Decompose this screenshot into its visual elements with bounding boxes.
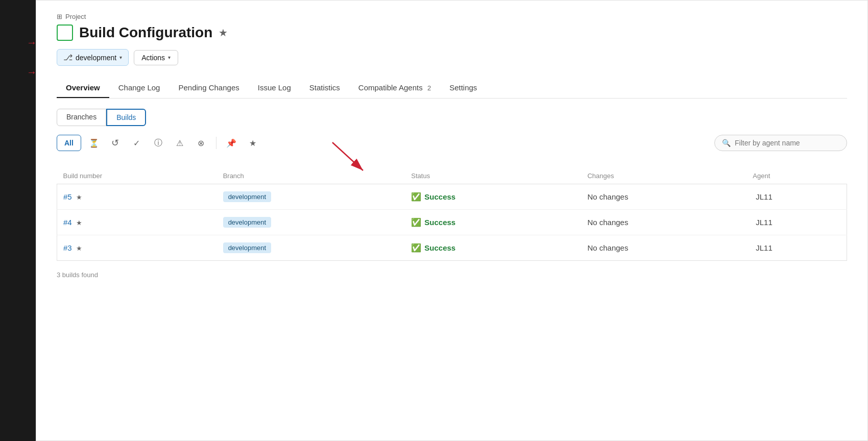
build-status-cell: ✅ Success — [405, 235, 581, 261]
subtab-builds[interactable]: Builds — [106, 109, 146, 126]
agent-info: JL11 — [753, 192, 840, 201]
branch-tag[interactable]: development — [223, 217, 271, 228]
search-icon: 🔍 — [722, 139, 731, 147]
col-build-number: Build number — [57, 168, 217, 184]
filter-warning-button[interactable]: ⚠ — [171, 134, 188, 152]
footer: 3 builds found — [57, 271, 847, 279]
build-number-link[interactable]: #5 — [63, 192, 72, 201]
subtab-branches[interactable]: Branches — [57, 109, 106, 126]
agents-badge: 2 — [427, 84, 431, 92]
builds-table-body: #5 ★ development ✅ Success No changes — [57, 184, 847, 261]
filter-error-button[interactable]: ⓘ — [150, 134, 167, 152]
cancelled-icon: ⊗ — [198, 138, 204, 148]
filter-running-button[interactable]: ↺ — [107, 134, 124, 152]
tab-pending-changes[interactable]: Pending Changes — [169, 78, 248, 98]
builds-table: Build number Branch Status Changes Agent… — [57, 168, 847, 261]
build-status-cell: ✅ Success — [405, 210, 581, 235]
breadcrumb-label: Project — [65, 13, 86, 20]
build-branch-cell: development — [217, 184, 405, 210]
tab-changelog[interactable]: Change Log — [109, 78, 170, 98]
build-status-cell: ✅ Success — [405, 184, 581, 210]
filter-starred-button[interactable]: ★ — [244, 134, 261, 152]
branch-chevron-icon: ▾ — [119, 55, 122, 60]
filter-cancelled-button[interactable]: ⊗ — [192, 134, 210, 152]
success-filter-icon: ✓ — [133, 138, 140, 148]
build-changes-cell: No changes — [581, 184, 746, 210]
table-row: #4 ★ development ✅ Success No changes — [57, 210, 847, 235]
actions-chevron-icon: ▾ — [168, 55, 171, 60]
filter-pinned-button[interactable]: 📌 — [223, 134, 240, 152]
error-icon: ⓘ — [154, 138, 162, 149]
branch-tag[interactable]: development — [223, 242, 271, 253]
build-star-icon[interactable]: ★ — [76, 244, 82, 252]
table-header-row: Build number Branch Status Changes Agent — [57, 168, 847, 184]
status-success: ✅ Success — [411, 217, 575, 227]
agent-name: JL11 — [756, 192, 773, 201]
tab-issue-log[interactable]: Issue Log — [249, 78, 300, 98]
build-star-icon[interactable]: ★ — [76, 219, 82, 227]
build-number-cell: #5 ★ — [57, 184, 217, 210]
tab-overview[interactable]: Overview — [57, 78, 109, 98]
filter-all-button[interactable]: All — [57, 135, 81, 151]
table-row: #3 ★ development ✅ Success No changes — [57, 235, 847, 261]
agent-name: JL11 — [756, 218, 773, 227]
builds-found-label: 3 builds found — [57, 271, 98, 279]
search-input[interactable] — [735, 139, 839, 147]
success-check-icon: ✅ — [411, 243, 421, 253]
actions-label: Actions — [141, 54, 165, 62]
col-agent: Agent — [746, 168, 847, 184]
warning-icon: ⚠ — [176, 138, 183, 148]
branch-icon: ⎇ — [63, 53, 73, 62]
status-label: Success — [424, 192, 455, 201]
config-icon — [57, 24, 73, 41]
agent-info: JL11 — [753, 243, 840, 252]
sub-tabs: Branches Builds — [57, 109, 847, 126]
branch-tag[interactable]: development — [223, 191, 271, 202]
build-agent-cell: JL11 — [746, 184, 847, 210]
status-label: Success — [424, 243, 455, 252]
filter-success-button[interactable]: ✓ — [128, 134, 146, 152]
filter-queued-button[interactable]: ⏳ — [85, 134, 103, 152]
toolbar: ⎇ development ▾ Actions ▾ — [57, 49, 847, 66]
build-star-icon[interactable]: ★ — [76, 193, 82, 201]
status-success: ✅ Success — [411, 192, 575, 202]
favorite-star-icon[interactable]: ★ — [219, 27, 228, 39]
build-branch-cell: development — [217, 235, 405, 261]
arrow-indicator-mid: → — [27, 66, 37, 78]
build-agent-cell: JL11 — [746, 235, 847, 261]
success-check-icon: ✅ — [411, 217, 421, 227]
builds-table-wrapper: Build number Branch Status Changes Agent… — [57, 168, 847, 261]
build-branch-cell: development — [217, 210, 405, 235]
arrow-indicator-top: → — [27, 37, 37, 48]
build-changes-cell: No changes — [581, 210, 746, 235]
col-changes: Changes — [581, 168, 746, 184]
tab-settings[interactable]: Settings — [440, 78, 486, 98]
running-icon: ↺ — [111, 137, 119, 149]
branch-label: development — [76, 54, 116, 62]
page-header: Build Configuration ★ — [57, 24, 847, 41]
tab-compatible-agents[interactable]: Compatible Agents 2 — [349, 78, 440, 98]
tab-statistics[interactable]: Statistics — [300, 78, 349, 98]
search-box: 🔍 — [714, 135, 847, 151]
queued-icon: ⏳ — [89, 138, 99, 148]
branch-selector-button[interactable]: ⎇ development ▾ — [57, 49, 129, 66]
breadcrumb: ⊞ Project — [57, 13, 847, 20]
build-agent-cell: JL11 — [746, 210, 847, 235]
build-changes-cell: No changes — [581, 235, 746, 261]
filter-row: All ⏳ ↺ ✓ ⓘ ⚠ ⊗ 📌 ★ 🔍 — [57, 134, 847, 152]
main-content: ⊞ Project Build Configuration ★ ⎇ develo… — [36, 0, 868, 441]
starred-filter-icon: ★ — [249, 138, 256, 148]
table-row: #5 ★ development ✅ Success No changes — [57, 184, 847, 210]
agent-name: JL11 — [756, 243, 773, 252]
status-label: Success — [424, 218, 455, 227]
build-number-link[interactable]: #3 — [63, 243, 72, 252]
build-number-link[interactable]: #4 — [63, 218, 72, 227]
actions-button[interactable]: Actions ▾ — [134, 50, 178, 65]
sidebar: → → — [0, 0, 36, 441]
pinned-icon: 📌 — [226, 138, 236, 148]
build-number-cell: #3 ★ — [57, 235, 217, 261]
build-number-cell: #4 ★ — [57, 210, 217, 235]
col-status: Status — [405, 168, 581, 184]
page-title: Build Configuration — [79, 24, 212, 41]
breadcrumb-icon: ⊞ — [57, 13, 62, 20]
